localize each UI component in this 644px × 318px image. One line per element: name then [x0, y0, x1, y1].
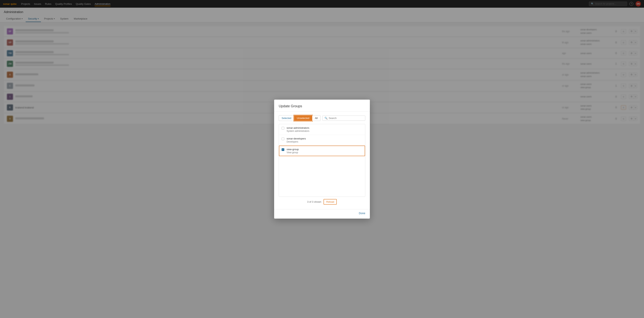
- group-desc: Developers: [286, 140, 306, 143]
- page-body: SF ths ago sonar-developerssonar-users 0…: [0, 22, 644, 318]
- list-item-view-group[interactable]: ✓ view-group View group: [279, 146, 365, 156]
- group-checkbox-view-group[interactable]: ✓: [282, 148, 284, 151]
- filter-all-button[interactable]: All: [312, 115, 320, 121]
- group-name: view-group: [286, 148, 299, 151]
- modal-title: Update Groups: [274, 100, 370, 112]
- done-button[interactable]: Done: [359, 212, 365, 215]
- count-text: 3 of 3 shown: [307, 200, 322, 203]
- search-icon: 🔍: [324, 117, 328, 120]
- group-checkbox-sonar-developers[interactable]: [282, 138, 284, 140]
- filter-selected-button[interactable]: Selected: [279, 115, 294, 121]
- group-desc: System administrators: [286, 130, 309, 132]
- modal-count-bar: 3 of 3 shown Reload: [279, 197, 365, 205]
- filter-bar: Selected Unselected All 🔍: [279, 115, 365, 121]
- filter-unselected-button[interactable]: Unselected: [294, 115, 312, 121]
- group-checkbox-sonar-administrators[interactable]: [282, 127, 284, 130]
- reload-button[interactable]: Reload: [324, 199, 337, 205]
- modal-footer: Done: [274, 209, 370, 219]
- list-item[interactable]: sonar-developers Developers: [279, 135, 365, 146]
- group-name: sonar-developers: [286, 137, 306, 140]
- group-search[interactable]: 🔍: [322, 116, 365, 121]
- group-name: sonar-administrators: [286, 126, 309, 129]
- modal-overlay: Update Groups Selected Unselected All 🔍: [0, 0, 644, 318]
- group-desc: View group: [286, 151, 299, 154]
- group-search-input[interactable]: [329, 117, 363, 120]
- modal-body: Selected Unselected All 🔍 sonar-administ…: [274, 112, 370, 209]
- list-item[interactable]: sonar-administrators System administrato…: [279, 124, 365, 135]
- group-list: sonar-administrators System administrato…: [279, 124, 365, 197]
- update-groups-modal: Update Groups Selected Unselected All 🔍: [274, 100, 370, 219]
